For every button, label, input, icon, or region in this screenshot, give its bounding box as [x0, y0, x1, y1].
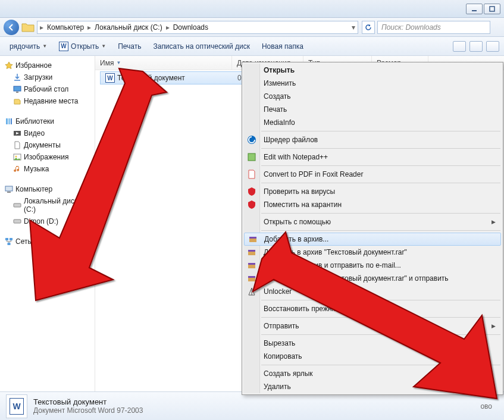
search-input[interactable]: Поиск: Downloads: [377, 21, 490, 34]
folder-icon: [21, 22, 35, 33]
address-bar: ▸ Компьютер▸ Локальный диск (C:)▸ Downlo…: [0, 18, 504, 37]
svg-point-9: [15, 156, 17, 158]
preview-pane-button[interactable]: [469, 41, 483, 52]
svg-rect-6: [11, 118, 12, 124]
sidebar-item-pictures[interactable]: Изображения: [2, 151, 92, 163]
ctx-quarantine[interactable]: Поместить на карантин: [243, 198, 502, 211]
ctx-virus[interactable]: Проверить на вирусы: [243, 185, 502, 198]
organize-button[interactable]: рядочить ▼: [5, 40, 52, 53]
svg-rect-22: [248, 250, 255, 252]
word-doc-icon: W: [105, 73, 115, 83]
ctx-delete[interactable]: Удалить: [243, 380, 502, 393]
svg-rect-24: [248, 263, 255, 265]
sidebar-item-videos[interactable]: Видео: [2, 127, 92, 139]
help-button[interactable]: [486, 41, 499, 52]
print-button[interactable]: Печать: [113, 40, 146, 53]
view-options-button[interactable]: [453, 41, 466, 52]
svg-rect-13: [14, 220, 21, 223]
crumb-downloads[interactable]: Downloads: [170, 23, 212, 32]
ctx-cut[interactable]: Вырезать: [243, 337, 502, 350]
ctx-unlocker[interactable]: Unlocker: [243, 285, 502, 298]
svg-rect-10: [5, 186, 12, 191]
ctx-add-archive-named[interactable]: Добавить в архив "Текстовый документ.rar…: [243, 246, 502, 259]
ctx-shredder[interactable]: Шредер файлов: [243, 133, 502, 146]
refresh-button[interactable]: [362, 21, 375, 34]
sidebar-item-documents[interactable]: Документы: [2, 139, 92, 151]
svg-rect-1: [490, 7, 494, 11]
column-name[interactable]: Имя▼: [95, 56, 232, 70]
file-thumbnail: W: [6, 394, 27, 418]
context-menu: Открыть Изменить Создать Печать MediaInf…: [242, 62, 503, 395]
sidebar-favorites-head[interactable]: Избранное: [2, 59, 92, 71]
maximize-button[interactable]: [484, 4, 500, 14]
word-icon: W: [59, 42, 68, 51]
window-titlebar: [0, 0, 504, 18]
svg-rect-14: [5, 238, 8, 240]
ctx-create[interactable]: Создать: [243, 90, 502, 103]
details-extra: ово: [480, 402, 492, 410]
ctx-add-archive[interactable]: Добавить в архив...: [244, 233, 501, 246]
sidebar-item-disk-c[interactable]: Локальный диск (C:): [2, 195, 92, 215]
nav-back-button[interactable]: [4, 20, 19, 35]
open-button[interactable]: WОткрыть ▼: [54, 39, 111, 54]
ctx-print[interactable]: Печать: [243, 103, 502, 116]
unlocker-icon: [247, 287, 256, 296]
ctx-add-archive-email[interactable]: Добавить в архив и отправить по e-mail..…: [243, 259, 502, 272]
svg-rect-18: [248, 153, 255, 161]
details-title: Текстовый документ: [33, 397, 143, 406]
svg-rect-4: [6, 118, 8, 124]
sidebar-item-disk-d[interactable]: Dimon (D:): [2, 215, 92, 227]
svg-rect-3: [16, 92, 18, 93]
details-pane: W Текстовый документ Документ Microsoft …: [0, 391, 504, 420]
ctx-copy[interactable]: Копировать: [243, 350, 502, 363]
sidebar-item-recent[interactable]: Недавние места: [2, 95, 92, 107]
details-type: Документ Microsoft Word 97-2003: [33, 406, 143, 415]
svg-rect-26: [248, 276, 255, 278]
ctx-openwith[interactable]: Открыть с помощью▶: [243, 215, 502, 228]
ctx-foxit[interactable]: Convert to PDF in Foxit Reader: [243, 168, 502, 181]
ctx-shortcut[interactable]: Создать ярлык: [243, 367, 502, 380]
kaspersky-icon: [247, 200, 256, 209]
sidebar-network-head[interactable]: Сеть: [2, 236, 92, 247]
ctx-restore[interactable]: Восстановить прежнюю версию: [243, 302, 502, 315]
svg-rect-20: [249, 237, 256, 239]
foxit-icon: [247, 170, 256, 179]
ctx-open[interactable]: Открыть: [243, 64, 502, 77]
svg-rect-2: [14, 86, 21, 91]
sidebar-libraries-head[interactable]: Библиотеки: [2, 115, 92, 127]
ctx-edit[interactable]: Изменить: [243, 77, 502, 90]
sidebar-item-music[interactable]: Музыка: [2, 163, 92, 175]
svg-rect-5: [8, 118, 10, 124]
breadcrumb[interactable]: ▸ Компьютер▸ Локальный диск (C:)▸ Downlo…: [37, 21, 358, 34]
winrar-icon: [247, 274, 256, 283]
kaspersky-icon: [247, 187, 256, 196]
ctx-mediainfo[interactable]: MediaInfo: [243, 116, 502, 129]
svg-rect-15: [10, 238, 12, 240]
sidebar-item-desktop[interactable]: Рабочий стол: [2, 83, 92, 95]
ctx-sendto[interactable]: Отправить▶: [243, 319, 502, 333]
crumb-disk-c[interactable]: Локальный диск (C:): [91, 23, 166, 32]
ccleaner-icon: [247, 135, 256, 145]
svg-rect-11: [7, 192, 11, 193]
crumb-computer[interactable]: Компьютер: [43, 23, 87, 32]
svg-rect-16: [8, 243, 11, 245]
winrar-icon: [247, 247, 256, 257]
minimize-button[interactable]: [466, 4, 483, 14]
svg-rect-0: [472, 10, 477, 11]
navigation-pane: Избранное Загрузки Рабочий стол Недавние…: [0, 56, 95, 393]
sidebar-computer-head[interactable]: Компьютер: [2, 183, 92, 195]
ctx-add-archive-named-send[interactable]: Добавить в архив "Текстовый документ.rar…: [243, 272, 502, 285]
svg-rect-12: [14, 203, 21, 207]
command-bar: рядочить ▼ WОткрыть ▼ Печать Записать на…: [0, 37, 504, 56]
content-area: Избранное Загрузки Рабочий стол Недавние…: [0, 56, 504, 393]
sidebar-item-downloads[interactable]: Загрузки: [2, 71, 92, 83]
notepadpp-icon: [247, 152, 256, 162]
burn-button[interactable]: Записать на оптический диск: [148, 40, 255, 53]
new-folder-button[interactable]: Новая папка: [257, 40, 308, 53]
breadcrumb-dropdown[interactable]: ▾: [352, 23, 355, 32]
winrar-icon: [248, 234, 258, 244]
ctx-notepadpp[interactable]: Edit with Notepad++: [243, 151, 502, 164]
file-list: Имя▼ Дата изменения Тип Размер WТекстовы…: [95, 56, 504, 393]
winrar-icon: [247, 261, 256, 270]
